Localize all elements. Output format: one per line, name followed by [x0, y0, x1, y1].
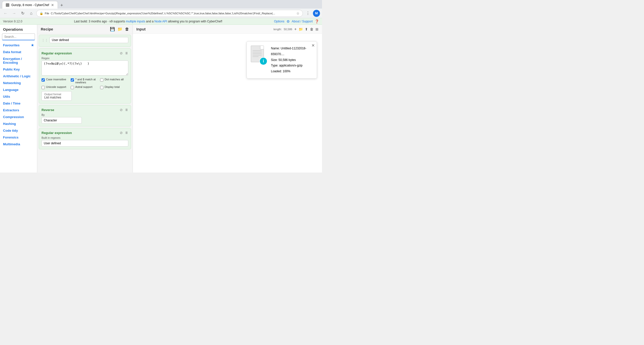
input-add-button[interactable]: + — [294, 27, 297, 31]
sidebar-item-public-key[interactable]: Public Key — [0, 66, 37, 73]
input-header: Input length: 50,586 + 📁 ⬆ 🗑 ⊞ — [133, 25, 322, 34]
node-api-link[interactable]: Node API — [154, 20, 167, 23]
case-insensitive-checkbox[interactable] — [42, 78, 45, 82]
display-total-checkbox-label[interactable]: Display total — [100, 85, 128, 89]
regex-input[interactable]: (?<=9oiB\=)(.*?)(?=\) ) — [42, 60, 128, 76]
nav-forward-button[interactable]: → — [11, 10, 18, 17]
file-type-label: Type: — [271, 64, 278, 67]
address-bar[interactable]: 🔒 ☆ — [36, 10, 303, 17]
display-total-checkbox[interactable] — [100, 86, 103, 89]
app-body: Operations Favourites ★ Data format Encr… — [0, 25, 322, 173]
builtin-label: Built in regexes — [42, 136, 128, 139]
input-title: Input — [136, 27, 146, 31]
sidebar-item-favourites[interactable]: Favourites ★ — [0, 42, 37, 49]
sidebar-item-code-tidy[interactable]: Code tidy — [0, 127, 37, 134]
input-section: Input length: 50,586 + 📁 ⬆ 🗑 ⊞ — [133, 25, 322, 173]
regex-pause-button[interactable]: ⏸ — [125, 51, 128, 55]
load-recipe-button[interactable]: 📁 — [117, 27, 123, 31]
profile-avatar[interactable]: M — [313, 10, 320, 17]
unicode-checkbox[interactable] — [42, 86, 45, 89]
case-insensitive-checkbox-label[interactable]: Case insensitive — [42, 78, 70, 84]
regex2-pause-button[interactable]: ⏸ — [125, 131, 128, 135]
new-tab-button[interactable]: + — [59, 2, 65, 9]
regex2-disable-button[interactable]: ⊘ — [120, 131, 123, 135]
input-content[interactable]: i Name: Untitled-11232018-659370.... Siz… — [133, 34, 322, 173]
sidebar-item-datetime[interactable]: Date / Time — [0, 100, 37, 107]
sidebar-item-compression[interactable]: Compression — [0, 114, 37, 120]
lock-icon: 🔒 — [39, 12, 43, 15]
multiple-inputs-link[interactable]: multiple inputs — [126, 20, 145, 23]
reverse-title: Reverse — [42, 108, 54, 112]
file-type-value: application/x-gzip — [279, 64, 303, 67]
sidebar-item-forensics[interactable]: Forensics — [0, 134, 37, 141]
sidebar-item-utils[interactable]: Utils — [0, 93, 37, 100]
popup-close-button[interactable]: ✕ — [311, 43, 315, 48]
recipe-header: Recipe 💾 📁 🗑 — [37, 25, 133, 34]
nav-refresh-button[interactable]: ↻ — [19, 10, 26, 17]
tab-title: Gunzip, 8 more - CyberChef — [11, 3, 49, 7]
multiline-checkbox-label[interactable]: ^ and $ match at newlines — [71, 78, 99, 84]
version-label: Version 9.12.0 — [3, 20, 22, 23]
clear-recipe-button[interactable]: 🗑 — [125, 27, 129, 31]
file-icon-container: i — [251, 46, 267, 65]
reverse-disable-button[interactable]: ⊘ — [120, 108, 123, 112]
save-recipe-button[interactable]: 💾 — [110, 27, 115, 31]
about-link[interactable]: About / Support — [292, 20, 313, 23]
tab-favicon — [6, 3, 9, 7]
nav-back-button[interactable]: ← — [2, 10, 9, 17]
search-input[interactable] — [2, 33, 35, 40]
astral-checkbox[interactable] — [71, 86, 74, 89]
browser-menu-button[interactable]: ⋮ — [304, 10, 311, 17]
recipe-scroll: ⋮⋮ Regular expression ⊘ ⏸ Regex (?<=9oiB… — [37, 34, 133, 173]
sidebar-item-encryption[interactable]: Encryption / Encoding — [0, 55, 37, 66]
user-defined-card: ⋮⋮ — [39, 35, 131, 47]
input-folder-button[interactable]: 📁 — [299, 27, 303, 31]
dot-all-checkbox-label[interactable]: Dot matches all — [100, 78, 128, 84]
bookmark-icon[interactable]: ☆ — [296, 11, 300, 15]
by-input[interactable] — [42, 117, 82, 124]
file-name-label: Name: — [271, 47, 280, 50]
sidebar-item-networking[interactable]: Networking — [0, 80, 37, 86]
info-message: Last build: 3 months ago · v9 supports m… — [74, 20, 222, 23]
help-icon[interactable]: ❓ — [315, 19, 319, 23]
by-label: By — [42, 113, 128, 116]
regex-label: Regex — [42, 57, 128, 60]
io-area: Input length: 50,586 + 📁 ⬆ 🗑 ⊞ — [133, 25, 322, 173]
input-delete-button[interactable]: 🗑 — [310, 27, 313, 31]
recipe-panel: Recipe 💾 📁 🗑 ⋮⋮ Regular expression — [37, 25, 133, 173]
builtin-input[interactable] — [42, 140, 128, 147]
input-grid-button[interactable]: ⊞ — [315, 27, 318, 31]
sidebar-item-extractors[interactable]: Extractors — [0, 107, 37, 114]
sidebar-item-hashing[interactable]: Hashing — [0, 120, 37, 127]
regex-op-card-2: Regular expression ⊘ ⏸ Built in regexes — [39, 128, 131, 149]
recipe-title: Recipe — [41, 27, 53, 31]
output-format-value: List matches — [44, 96, 69, 99]
info-bar-right: Options ⚙ About / Support ❓ — [274, 19, 319, 23]
multiline-checkbox[interactable] — [71, 78, 74, 82]
output-format-label: Output format — [44, 93, 69, 96]
length-value: 50,586 — [284, 28, 292, 31]
regex-disable-button[interactable]: ⊘ — [120, 51, 123, 55]
sidebar: Operations Favourites ★ Data format Encr… — [0, 25, 37, 173]
astral-checkbox-label[interactable]: Astral support — [71, 85, 99, 89]
sidebar-item-data-format[interactable]: Data format — [0, 49, 37, 55]
input-upload-button[interactable]: ⬆ — [305, 27, 308, 31]
sidebar-title: Operations — [0, 25, 37, 32]
file-size-label: Size: — [271, 58, 278, 62]
tab-close-icon[interactable]: ✕ — [51, 3, 54, 7]
options-link[interactable]: Options — [274, 20, 284, 23]
reverse-pause-button[interactable]: ⏸ — [125, 108, 128, 112]
sidebar-item-multimedia[interactable]: Multimedia — [0, 141, 37, 148]
browser-tab[interactable]: Gunzip, 8 more - CyberChef ✕ — [2, 1, 58, 9]
user-defined-input[interactable] — [50, 37, 128, 43]
sidebar-item-language[interactable]: Language — [0, 86, 37, 93]
dot-all-checkbox[interactable] — [100, 78, 103, 82]
regex-op-card: Regular expression ⊘ ⏸ Regex (?<=9oiB\=)… — [39, 48, 131, 104]
unicode-checkbox-label[interactable]: Unicode support — [42, 85, 70, 89]
nav-home-button[interactable]: ⌂ — [28, 10, 35, 17]
file-loaded-label: Loaded: — [271, 70, 282, 73]
file-info-text: Name: Untitled-11232018-659370.... Size:… — [271, 46, 313, 74]
sidebar-item-arithmetic[interactable]: Arithmetic / Logic — [0, 73, 37, 80]
output-format-box: Output format List matches — [42, 91, 72, 101]
address-input[interactable] — [45, 12, 295, 15]
